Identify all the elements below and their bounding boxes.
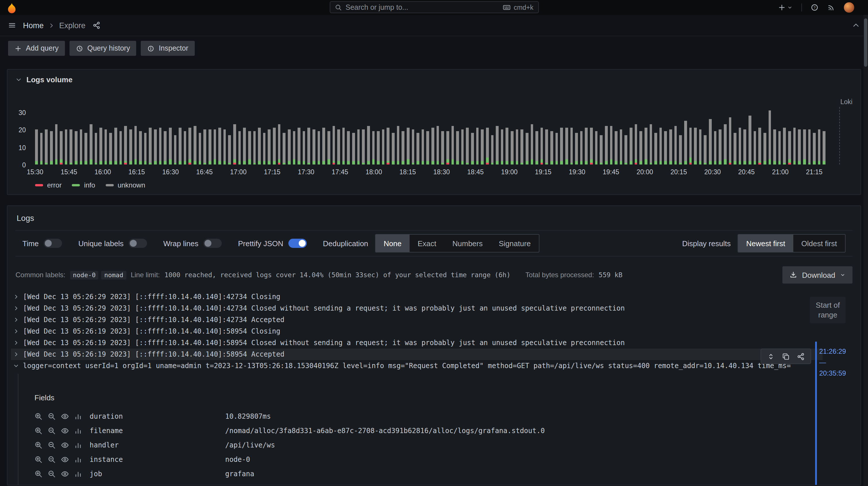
volume-bar[interactable]: [570, 107, 573, 165]
panel-collapse-icon[interactable]: [16, 77, 22, 83]
volume-bar[interactable]: [60, 107, 62, 165]
log-row[interactable]: [Wed Dec 13 05:26:29 2023] [::ffff:10.14…: [11, 314, 823, 325]
wrap-lines-toggle[interactable]: [204, 239, 222, 248]
volume-bar[interactable]: [724, 107, 726, 165]
inspector-button[interactable]: Inspector: [141, 41, 195, 56]
volume-bar[interactable]: [530, 107, 533, 165]
log-row[interactable]: [Wed Dec 13 05:26:19 2023] [::ffff:10.14…: [11, 325, 823, 337]
volume-bar[interactable]: [134, 107, 137, 165]
volume-bar[interactable]: [476, 107, 478, 165]
volume-bar[interactable]: [253, 107, 256, 165]
show-context-icon[interactable]: [767, 352, 775, 360]
filter-out-value-icon[interactable]: [48, 469, 56, 478]
volume-bar[interactable]: [308, 107, 310, 165]
volume-bar[interactable]: [303, 107, 305, 165]
volume-bar[interactable]: [184, 107, 186, 165]
volume-bar[interactable]: [293, 107, 295, 165]
expand-row-icon[interactable]: [13, 339, 19, 347]
prettify-json-toggle[interactable]: [288, 239, 307, 248]
volume-bar[interactable]: [35, 107, 38, 165]
log-row[interactable]: [Wed Dec 13 05:26:19 2023] [::ffff:10.14…: [11, 348, 823, 360]
news-button[interactable]: [827, 3, 835, 11]
volume-bar[interactable]: [40, 107, 42, 165]
volume-bar[interactable]: [204, 107, 206, 165]
volume-bar[interactable]: [793, 107, 796, 165]
volume-bar[interactable]: [124, 107, 127, 165]
volume-bar[interactable]: [357, 107, 360, 165]
volume-bar[interactable]: [382, 107, 384, 165]
volume-bar[interactable]: [699, 107, 702, 165]
filter-for-value-icon[interactable]: [34, 441, 42, 449]
grafana-logo-icon[interactable]: [6, 2, 17, 13]
volume-bar[interactable]: [139, 107, 142, 165]
volume-bar[interactable]: [546, 107, 548, 165]
volume-bar[interactable]: [283, 107, 285, 165]
volume-bar[interactable]: [798, 107, 801, 165]
filter-out-value-icon[interactable]: [48, 484, 56, 485]
filter-for-value-icon[interactable]: [34, 455, 42, 463]
volume-bar[interactable]: [367, 107, 370, 165]
stats-icon[interactable]: [74, 441, 82, 449]
volume-bar[interactable]: [154, 107, 157, 165]
filter-out-value-icon[interactable]: [48, 426, 56, 434]
stats-icon[interactable]: [74, 455, 82, 463]
volume-bar[interactable]: [739, 107, 741, 165]
search-input[interactable]: Search or jump to... cmd+k: [330, 1, 538, 13]
volume-bar[interactable]: [50, 107, 53, 165]
log-row[interactable]: [Wed Dec 13 05:26:19 2023] [::ffff:10.14…: [11, 337, 823, 348]
volume-bar[interactable]: [337, 107, 340, 165]
volume-bar[interactable]: [481, 107, 484, 165]
volume-bar[interactable]: [70, 107, 72, 165]
volume-bar[interactable]: [194, 107, 196, 165]
volume-bar[interactable]: [45, 107, 48, 165]
volume-bar[interactable]: [223, 107, 226, 165]
unique-labels-toggle[interactable]: [129, 239, 147, 248]
volume-bar[interactable]: [119, 107, 122, 165]
option-numbers[interactable]: Numbers: [444, 235, 491, 252]
volume-bar[interactable]: [273, 107, 275, 165]
volume-bar[interactable]: [511, 107, 513, 165]
legend-item-info[interactable]: info: [72, 181, 95, 189]
time-toggle[interactable]: [44, 239, 62, 248]
option-exact[interactable]: Exact: [410, 235, 444, 252]
expand-row-icon[interactable]: [13, 327, 19, 335]
volume-bar[interactable]: [634, 107, 637, 165]
download-button[interactable]: Download: [782, 266, 852, 284]
volume-bar[interactable]: [659, 107, 662, 165]
volume-bar[interactable]: [198, 107, 201, 165]
volume-bar[interactable]: [422, 107, 424, 165]
scrollbar-thumb[interactable]: [864, 19, 867, 67]
volume-bar[interactable]: [496, 107, 498, 165]
volume-bar[interactable]: [431, 107, 434, 165]
volume-bar[interactable]: [580, 107, 583, 165]
volume-bar[interactable]: [278, 107, 280, 165]
legend-item-error[interactable]: error: [35, 181, 62, 189]
add-query-button[interactable]: Add query: [8, 41, 65, 56]
volume-bar[interactable]: [248, 107, 251, 165]
volume-bar[interactable]: [427, 107, 429, 165]
volume-bar[interactable]: [99, 107, 102, 165]
volume-bar[interactable]: [555, 107, 558, 165]
volume-bar[interactable]: [813, 107, 815, 165]
volume-bar[interactable]: [540, 107, 543, 165]
volume-bar[interactable]: [169, 107, 172, 165]
volume-bar[interactable]: [694, 107, 696, 165]
volume-bar[interactable]: [104, 107, 107, 165]
volume-bar[interactable]: [471, 107, 474, 165]
option-newest-first[interactable]: Newest first: [738, 235, 793, 252]
volume-bar[interactable]: [684, 107, 687, 165]
volume-bar[interactable]: [347, 107, 350, 165]
volume-bar[interactable]: [565, 107, 568, 165]
volume-bar[interactable]: [758, 107, 761, 165]
volume-bar[interactable]: [679, 107, 682, 165]
range-to[interactable]: 20:35:59: [819, 368, 852, 379]
toggle-visibility-icon[interactable]: [61, 412, 69, 420]
volume-bar[interactable]: [788, 107, 791, 165]
volume-bar[interactable]: [615, 107, 617, 165]
volume-bar[interactable]: [729, 107, 731, 165]
query-history-button[interactable]: Query history: [69, 41, 136, 56]
toggle-visibility-icon[interactable]: [61, 441, 69, 449]
legend-item-unknown[interactable]: unknown: [105, 181, 145, 189]
volume-bar[interactable]: [744, 107, 746, 165]
volume-bar[interactable]: [451, 107, 454, 165]
